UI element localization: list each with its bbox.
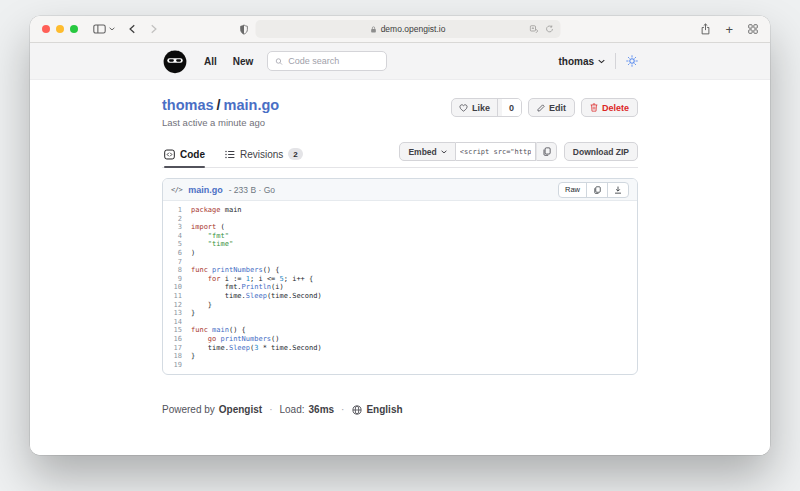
browser-toolbar: demo.opengist.io + <box>30 16 770 43</box>
user-menu[interactable]: thomas <box>558 56 605 67</box>
line-number: 1 <box>163 206 191 215</box>
line-number: 5 <box>163 240 191 249</box>
line-number: 15 <box>163 326 191 335</box>
new-tab-button[interactable]: + <box>725 23 733 36</box>
download-zip-button[interactable]: Download ZIP <box>564 142 638 161</box>
code-line: 12 } <box>163 301 637 310</box>
code-line: 1package main <box>163 206 637 215</box>
edit-button[interactable]: Edit <box>528 98 575 117</box>
file-header: </> main.go - 233 B · Go Raw <box>163 179 637 201</box>
globe-icon <box>352 405 362 415</box>
user-menu-label: thomas <box>558 56 594 67</box>
code-viewer: 1package main2 3import (4 "fmt"5 "time"6… <box>163 201 637 374</box>
code-search-box[interactable] <box>267 51 387 71</box>
lock-icon <box>371 26 377 33</box>
copy-file-button[interactable] <box>586 183 607 197</box>
nav-link-all[interactable]: All <box>204 56 217 67</box>
code-line: 6) <box>163 249 637 258</box>
site-navbar: All New thomas <box>30 43 770 80</box>
like-button[interactable]: Like 0 <box>451 98 522 117</box>
back-button[interactable] <box>129 24 135 34</box>
raw-button[interactable]: Raw <box>559 183 586 197</box>
footer-separator: · <box>338 404 347 415</box>
line-number: 18 <box>163 352 191 361</box>
line-number: 16 <box>163 335 191 344</box>
code-line: 16 go printNumbers() <box>163 335 637 344</box>
tab-code-label: Code <box>180 149 205 160</box>
opengist-footer-link[interactable]: Opengist <box>219 404 262 415</box>
page-footer: Powered by Opengist · Load: 36ms · Engli… <box>162 404 638 435</box>
code-line: 11 time.Sleep(time.Second) <box>163 292 637 301</box>
download-zip-label: Download ZIP <box>573 147 629 157</box>
line-number: 9 <box>163 275 191 284</box>
delete-button[interactable]: Delete <box>581 98 638 117</box>
language-picker[interactable]: English <box>366 404 402 415</box>
code-line: 15func main() { <box>163 326 637 335</box>
url-domain: demo.opengist.io <box>381 24 446 34</box>
list-icon <box>225 150 235 159</box>
navbar-divider <box>615 53 616 69</box>
embed-code-input[interactable] <box>456 142 536 161</box>
copy-icon <box>542 147 551 156</box>
tab-revisions[interactable]: Revisions 2 <box>225 148 303 167</box>
code-tab-icon <box>164 149 175 160</box>
download-icon <box>614 186 622 194</box>
embed-label: Embed <box>408 147 436 157</box>
nav-link-new[interactable]: New <box>233 56 254 67</box>
search-input[interactable] <box>288 56 379 66</box>
opengist-logo[interactable] <box>162 48 188 74</box>
translate-icon[interactable] <box>530 25 539 34</box>
powered-by-text: Powered by <box>162 404 215 415</box>
window-controls <box>42 25 78 33</box>
file-name-link[interactable]: main.go <box>188 185 223 195</box>
code-line: 19 <box>163 361 637 370</box>
embed-dropdown-button[interactable]: Embed <box>399 142 455 161</box>
code-line: 2 <box>163 215 637 224</box>
line-number: 6 <box>163 249 191 258</box>
line-number: 14 <box>163 318 191 327</box>
code-line: 8func printNumbers() { <box>163 266 637 275</box>
theme-toggle-sun-icon[interactable] <box>626 55 638 67</box>
gist-file-card: </> main.go - 233 B · Go Raw 1package ma… <box>162 178 638 375</box>
code-line: 10 fmt.Println(i) <box>163 283 637 292</box>
code-file-icon: </> <box>171 186 182 194</box>
chevron-down-icon <box>598 59 605 64</box>
code-line: 9 for i := 1; i <= 5; i++ { <box>163 275 637 284</box>
tab-code[interactable]: Code <box>164 148 205 167</box>
line-number: 17 <box>163 344 191 353</box>
sidebar-icon <box>93 24 106 34</box>
pencil-icon <box>537 104 545 112</box>
code-line: 4 "fmt" <box>163 232 637 241</box>
gist-owner-link[interactable]: thomas <box>162 97 214 113</box>
line-number: 13 <box>163 309 191 318</box>
tab-overview-icon[interactable] <box>748 24 758 34</box>
code-line: 5 "time" <box>163 240 637 249</box>
download-file-button[interactable] <box>607 183 628 197</box>
reload-icon[interactable] <box>546 25 554 33</box>
minimize-window-button[interactable] <box>56 25 64 33</box>
sidebar-toggle-button[interactable] <box>93 24 115 34</box>
delete-label: Delete <box>602 103 629 113</box>
copy-embed-button[interactable] <box>536 142 557 161</box>
like-label: Like <box>472 103 490 113</box>
line-number: 3 <box>163 223 191 232</box>
browser-window: demo.opengist.io + <box>30 16 770 455</box>
line-number: 10 <box>163 283 191 292</box>
line-number: 2 <box>163 215 191 224</box>
load-value: 36ms <box>309 404 335 415</box>
gist-title: thomas/main.go <box>162 97 279 113</box>
line-number: 19 <box>163 361 191 370</box>
file-meta: - 233 B · Go <box>229 185 275 195</box>
privacy-shield-icon[interactable] <box>240 24 249 35</box>
heart-icon <box>459 104 468 112</box>
code-line: 18} <box>163 352 637 361</box>
tab-revisions-label: Revisions <box>240 149 283 160</box>
forward-button[interactable] <box>151 24 157 34</box>
url-field[interactable]: demo.opengist.io <box>256 20 561 38</box>
gist-filename-link[interactable]: main.go <box>224 97 280 113</box>
close-window-button[interactable] <box>42 25 50 33</box>
load-label: Load: <box>280 404 305 415</box>
revisions-count-badge: 2 <box>288 148 302 160</box>
zoom-window-button[interactable] <box>70 25 78 33</box>
share-icon[interactable] <box>701 23 710 35</box>
